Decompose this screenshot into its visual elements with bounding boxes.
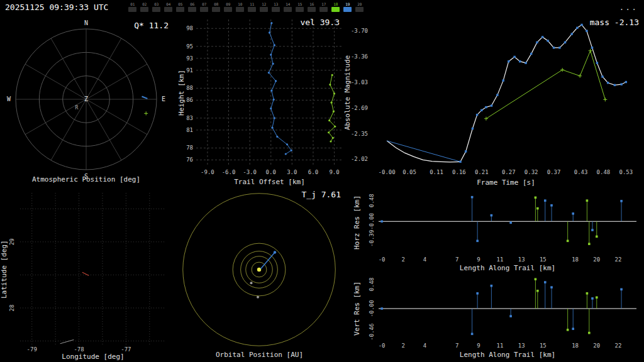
svg-text:11: 11 [497,256,504,263]
segment-12[interactable]: 12 [260,2,268,12]
segment-label: 15 [297,2,302,6]
svg-text:18: 18 [572,256,579,263]
segment-box [164,7,172,12]
station-1-residuals [380,196,623,242]
svg-text:95: 95 [186,43,193,50]
coastline-fragment [60,340,74,344]
segment-19[interactable]: 19 [343,2,352,12]
segment-box [200,7,208,12]
segment-label: 04 [166,2,170,6]
velocity-badge: vel 39.3 [300,18,340,27]
svg-text:E: E [162,96,165,102]
segment-box [188,7,196,12]
svg-text:9.0: 9.0 [329,169,339,175]
svg-text:29: 29 [9,238,15,245]
segment-label: 01 [130,2,135,6]
svg-text:-3.36: -3.36 [351,53,368,60]
horz-res-chart: -024791113151820220.48-0.00-0.39 [343,189,644,275]
svg-text:4: 4 [423,343,426,349]
svg-text:R: R [75,105,79,111]
status-bar: 20251125 09:39:33 UTC 010203040506070809… [0,0,644,14]
segment-box [152,7,160,12]
svg-text:22: 22 [615,343,622,349]
segment-label: 02 [142,2,147,6]
segment-03[interactable]: 03 [152,2,160,12]
station-1-residuals [380,281,623,335]
svg-text:-3.0: -3.0 [243,169,257,175]
segment-04[interactable]: 04 [164,2,172,12]
svg-text:-0: -0 [379,256,386,263]
orbital-position-panel: T_j 7.61 Orbital Position [AU] [173,189,346,362]
station-2-residuals [535,278,598,334]
svg-text:81: 81 [186,127,193,133]
segment-10[interactable]: 10 [236,2,244,12]
longitude-xlabel: Longitude [deg] [20,353,166,361]
segment-02[interactable]: 02 [140,2,148,12]
segment-box [272,7,280,12]
atmospheric-position-panel: NSEWZR Q* 11.2 Atmospheric Position [deg… [0,14,189,189]
absolute-magnitude-ylabel: Absolute Magnitude [343,19,352,166]
segment-label: 14 [286,2,290,6]
segment-15[interactable]: 15 [296,2,304,12]
atmospheric-position-xlabel: Atmospheric Position [deg] [11,175,162,184]
segment-20[interactable]: 20 [355,2,364,12]
trail-offset-panel: -9.0-6.0-3.00.03.06.09.07678818386889193… [176,14,343,189]
light-curve-chart: -0.000.050.110.160.210.270.320.370.430.4… [343,14,644,189]
svg-text:2: 2 [402,343,405,349]
segment-06[interactable]: 06 [188,2,196,12]
ground-track-panel: -79-78-772928 Latitude [deg] Longitude [… [0,189,173,362]
light-curve-panel: -0.000.050.110.160.210.270.320.370.430.4… [343,14,644,189]
segment-09[interactable]: 09 [224,2,232,12]
svg-text:13: 13 [518,256,525,263]
q-reliability-badge: Q* 11.2 [134,21,169,30]
svg-text:0.27: 0.27 [502,169,516,175]
segment-13[interactable]: 13 [272,2,280,12]
svg-text:-78: -78 [74,346,84,353]
segment-label: 10 [238,2,242,6]
svg-text:-77: -77 [121,346,131,353]
segment-strip: 0102030405060708091011121314151617181920 [128,2,364,12]
station-2-mags [484,49,607,121]
segment-box [296,7,304,12]
segment-box [343,7,352,12]
segment-box [176,7,184,12]
segment-18[interactable]: 18 [331,2,340,12]
segment-17[interactable]: 17 [319,2,328,12]
segment-05[interactable]: 05 [176,2,184,12]
svg-text:0.37: 0.37 [547,169,561,175]
segment-label: 13 [274,2,278,6]
segment-14[interactable]: 14 [284,2,292,12]
segment-box [128,7,136,12]
svg-text:-0.00: -0.00 [369,300,375,317]
ground-track-chart: -79-78-772928 [0,189,173,362]
segment-label: 17 [321,2,326,6]
atmospheric-position-chart: NSEWZR [0,14,189,189]
segment-label: 07 [202,2,206,6]
segment-label: 19 [345,2,350,6]
magnitude-fit [387,25,626,162]
segment-box [260,7,268,12]
overflow-menu-button[interactable]: ... [619,3,638,12]
mass-badge: mass -2.13 [590,18,639,27]
meteoroid-orbit-path [261,253,275,269]
svg-text:-0: -0 [379,343,386,349]
svg-text:28: 28 [9,305,15,312]
svg-text:0.48: 0.48 [597,169,611,175]
svg-text:-0.39: -0.39 [369,230,375,247]
station-1-trail [142,97,148,99]
segment-07[interactable]: 07 [200,2,208,12]
segment-label: 18 [333,2,338,6]
segment-11[interactable]: 11 [248,2,256,12]
svg-text:7: 7 [455,256,458,263]
segment-16[interactable]: 16 [308,2,316,12]
svg-text:-6.0: -6.0 [222,169,236,175]
svg-text:-0.00: -0.00 [369,213,375,230]
station-2-heights [328,74,336,143]
timestamp: 20251125 09:39:33 UTC [5,3,108,12]
svg-text:2: 2 [402,256,405,263]
orbital-position-chart [173,189,346,362]
segment-08[interactable]: 08 [212,2,220,12]
segment-01[interactable]: 01 [128,2,136,12]
segment-box [284,7,292,12]
segment-label: 09 [226,2,230,6]
